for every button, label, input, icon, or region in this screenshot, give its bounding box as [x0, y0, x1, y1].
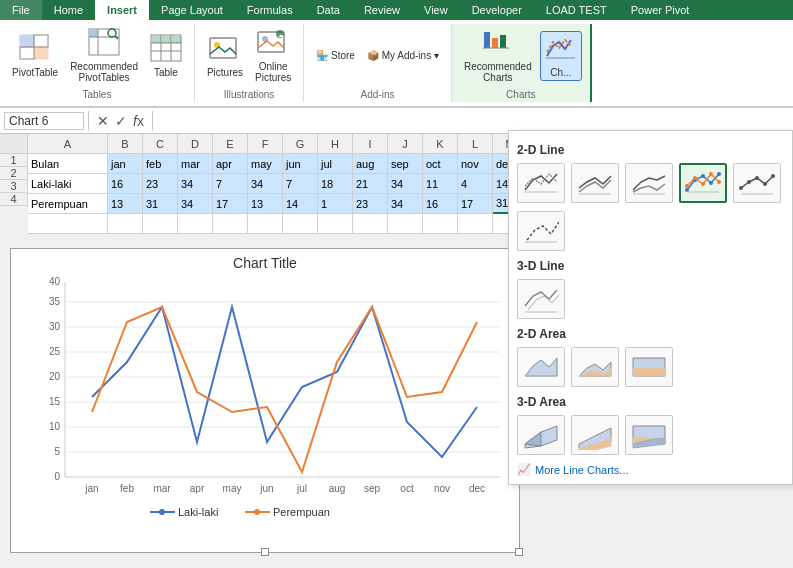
tab-review[interactable]: Review — [352, 0, 412, 20]
cell-g1[interactable]: jun — [283, 154, 318, 174]
cell-f4[interactable] — [248, 214, 283, 234]
cell-k1[interactable]: oct — [423, 154, 458, 174]
cell-l2[interactable]: 4 — [458, 174, 493, 194]
cell-a1[interactable]: Bulan — [28, 154, 108, 174]
table-button[interactable]: Table — [146, 32, 186, 80]
col-header-f[interactable]: F — [248, 134, 283, 154]
cell-e1[interactable]: apr — [213, 154, 248, 174]
cell-k2[interactable]: 11 — [423, 174, 458, 194]
cell-e2[interactable]: 7 — [213, 174, 248, 194]
3d-100pct-area-btn[interactable] — [625, 415, 673, 455]
area-btn[interactable] — [517, 347, 565, 387]
cell-j2[interactable]: 34 — [388, 174, 423, 194]
resize-handle-bottom[interactable] — [261, 548, 269, 556]
col-header-b[interactable]: B — [108, 134, 143, 154]
more-line-charts-link[interactable]: 📈 More Line Charts... — [517, 463, 784, 476]
cell-d3[interactable]: 34 — [178, 194, 213, 214]
cell-j1[interactable]: sep — [388, 154, 423, 174]
col-header-k[interactable]: K — [423, 134, 458, 154]
cell-d1[interactable]: mar — [178, 154, 213, 174]
col-header-l[interactable]: L — [458, 134, 493, 154]
formula-input[interactable] — [157, 113, 789, 129]
row-header-4[interactable]: 4 — [0, 193, 28, 206]
cell-g3[interactable]: 14 — [283, 194, 318, 214]
tab-home[interactable]: Home — [42, 0, 95, 20]
tab-developer[interactable]: Developer — [460, 0, 534, 20]
cell-f2[interactable]: 34 — [248, 174, 283, 194]
3d-area-btn[interactable] — [517, 415, 565, 455]
tab-load-test[interactable]: LOAD TEST — [534, 0, 619, 20]
tab-data[interactable]: Data — [305, 0, 352, 20]
tab-insert[interactable]: Insert — [95, 0, 149, 20]
cell-c3[interactable]: 31 — [143, 194, 178, 214]
tab-file[interactable]: File — [0, 0, 42, 20]
col-header-j[interactable]: J — [388, 134, 423, 154]
cell-k4[interactable] — [423, 214, 458, 234]
chart-area[interactable]: Chart Title 0 5 10 15 20 25 30 35 40 — [10, 248, 520, 553]
pivot-table-button[interactable]: PivotTable — [8, 32, 62, 80]
col-header-g[interactable]: G — [283, 134, 318, 154]
cell-j3[interactable]: 34 — [388, 194, 423, 214]
recommended-charts-button[interactable]: RecommendedCharts — [460, 26, 536, 85]
tab-power-pivot[interactable]: Power Pivot — [619, 0, 702, 20]
cell-b1[interactable]: jan — [108, 154, 143, 174]
store-button[interactable]: 🏪 Store — [312, 48, 359, 63]
row-header-1[interactable]: 1 — [0, 154, 28, 167]
cell-k3[interactable]: 16 — [423, 194, 458, 214]
resize-handle-corner[interactable] — [515, 548, 523, 556]
cell-i3[interactable]: 23 — [353, 194, 388, 214]
cell-f1[interactable]: may — [248, 154, 283, 174]
row-header-3[interactable]: 3 — [0, 180, 28, 193]
line-chart-btn[interactable] — [517, 163, 565, 203]
100pct-stacked-line-btn[interactable] — [625, 163, 673, 203]
cell-b2[interactable]: 16 — [108, 174, 143, 194]
col-header-e[interactable]: E — [213, 134, 248, 154]
cell-c1[interactable]: feb — [143, 154, 178, 174]
cell-l3[interactable]: 17 — [458, 194, 493, 214]
line-with-markers-btn[interactable] — [679, 163, 727, 203]
my-addins-button[interactable]: 📦 My Add-ins ▾ — [363, 48, 443, 63]
cell-e3[interactable]: 17 — [213, 194, 248, 214]
cancel-icon[interactable]: ✕ — [97, 113, 109, 129]
recommended-pivot-button[interactable]: RecommendedPivotTables — [66, 26, 142, 85]
cell-d4[interactable] — [178, 214, 213, 234]
row-header-2[interactable]: 2 — [0, 167, 28, 180]
col-header-i[interactable]: I — [353, 134, 388, 154]
cell-i1[interactable]: aug — [353, 154, 388, 174]
cell-h2[interactable]: 18 — [318, 174, 353, 194]
cell-b3[interactable]: 13 — [108, 194, 143, 214]
tab-page-layout[interactable]: Page Layout — [149, 0, 235, 20]
col-header-d[interactable]: D — [178, 134, 213, 154]
tab-view[interactable]: View — [412, 0, 460, 20]
cell-i4[interactable] — [353, 214, 388, 234]
3d-stacked-area-btn[interactable] — [571, 415, 619, 455]
col-header-h[interactable]: H — [318, 134, 353, 154]
pictures-button[interactable]: Pictures — [203, 32, 247, 80]
cell-g2[interactable]: 7 — [283, 174, 318, 194]
stacked-area-btn[interactable] — [571, 347, 619, 387]
100pct-area-btn[interactable] — [625, 347, 673, 387]
col-header-c[interactable]: C — [143, 134, 178, 154]
cell-h1[interactable]: jul — [318, 154, 353, 174]
cell-l4[interactable] — [458, 214, 493, 234]
name-box[interactable] — [4, 112, 84, 130]
cell-a4[interactable] — [28, 214, 108, 234]
cell-a2[interactable]: Laki-laki — [28, 174, 108, 194]
cell-c2[interactable]: 23 — [143, 174, 178, 194]
cell-d2[interactable]: 34 — [178, 174, 213, 194]
cell-l1[interactable]: nov — [458, 154, 493, 174]
cell-f3[interactable]: 13 — [248, 194, 283, 214]
line-chart-button[interactable]: Ch... — [540, 31, 582, 81]
col-header-a[interactable]: A — [28, 134, 108, 154]
cell-e4[interactable] — [213, 214, 248, 234]
cell-h4[interactable] — [318, 214, 353, 234]
cell-a3[interactable]: Perempuan — [28, 194, 108, 214]
cell-i2[interactable]: 21 — [353, 174, 388, 194]
online-pictures-button[interactable]: ☁ OnlinePictures — [251, 26, 295, 85]
tab-formulas[interactable]: Formulas — [235, 0, 305, 20]
cell-h3[interactable]: 1 — [318, 194, 353, 214]
confirm-icon[interactable]: ✓ — [115, 113, 127, 129]
line-simple-btn[interactable] — [517, 211, 565, 251]
cell-b4[interactable] — [108, 214, 143, 234]
cell-c4[interactable] — [143, 214, 178, 234]
